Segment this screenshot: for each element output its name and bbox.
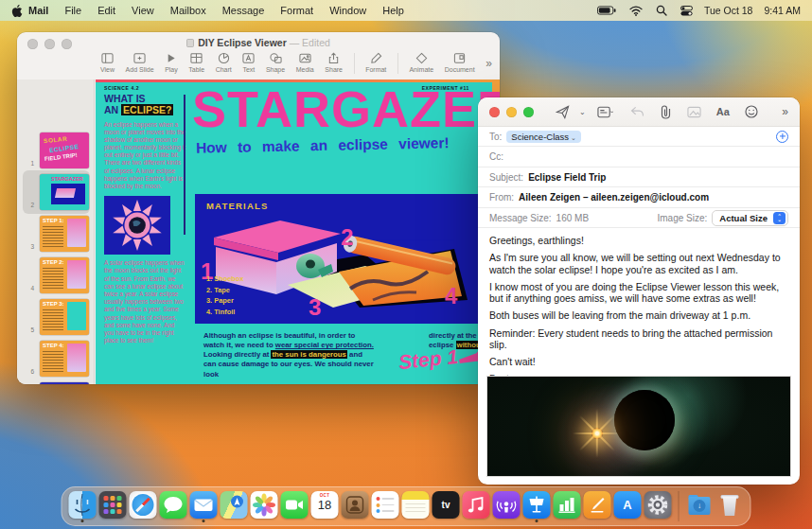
slide-thumbnail-4[interactable]: STEP 2: [40, 257, 89, 293]
format-text-button[interactable]: Aa [716, 106, 730, 117]
thumbnail-figure [67, 219, 86, 247]
slide-main-title: STARGAZER [192, 79, 500, 138]
recipient-token[interactable]: Science-Class⌄ [506, 131, 581, 143]
close-button[interactable] [489, 107, 500, 117]
table-button[interactable]: Table [188, 49, 204, 73]
image-size-select[interactable]: Actual Size ⌃⌄ [712, 210, 788, 226]
dock-mail[interactable] [190, 491, 218, 521]
photos-pinwheel-icon [251, 491, 278, 519]
view-button[interactable]: View [100, 49, 115, 73]
toolbar-overflow-button[interactable]: » [782, 105, 788, 118]
dock-reminders[interactable] [372, 491, 399, 521]
column-divider [184, 95, 185, 235]
text-button[interactable]: Text [242, 49, 255, 73]
dock-maps[interactable] [221, 491, 248, 521]
dock-finder[interactable] [69, 491, 97, 521]
menu-item-app[interactable]: Mail [28, 5, 48, 16]
dock-downloads-folder[interactable]: ↓ [686, 491, 714, 521]
menu-item-format[interactable]: Format [280, 5, 313, 16]
dock-calendar[interactable]: OCT 18 [311, 491, 339, 521]
header-fields-button[interactable] [597, 106, 613, 118]
dock-facetime[interactable] [281, 491, 309, 521]
dock-app-store[interactable]: A [614, 491, 642, 521]
media-button[interactable]: Media [296, 49, 314, 73]
slide-canvas[interactable]: SCIENCE 4.2 EXPERIMENT #11 WHAT IS AN EC… [96, 79, 500, 384]
reply-button[interactable] [630, 106, 644, 117]
share-button[interactable]: Share [325, 49, 343, 73]
format-button[interactable]: Format [365, 49, 386, 73]
slide-thumbnail-5[interactable]: STEP 3: [40, 299, 89, 335]
dock-pages[interactable] [584, 491, 611, 521]
add-recipient-button[interactable] [776, 131, 788, 143]
dock-keynote[interactable] [523, 491, 551, 521]
wifi-icon[interactable] [629, 6, 643, 16]
menu-item-view[interactable]: View [132, 5, 154, 16]
body-paragraph: Reminder: Every student needs to bring t… [489, 327, 788, 351]
eclipse-photo-attachment[interactable] [486, 376, 791, 477]
dock-photos[interactable] [251, 491, 278, 521]
menu-item-edit[interactable]: Edit [97, 5, 115, 16]
document-button[interactable]: Document [445, 49, 475, 73]
slide-thumbnail-2[interactable]: STARGAZER [40, 174, 89, 210]
animate-button[interactable]: Animate [409, 49, 433, 73]
dock-notes[interactable] [402, 491, 430, 521]
materials-panel: MATERIALS [195, 194, 481, 324]
send-button[interactable] [556, 105, 570, 119]
figure-number-2: 2 [341, 224, 353, 250]
shape-button[interactable]: Shape [266, 49, 285, 73]
dock-trash[interactable] [716, 491, 744, 521]
menu-item-message[interactable]: Message [222, 5, 265, 16]
send-options-chevron[interactable]: ⌄ [579, 108, 586, 116]
menu-bar-date[interactable]: Tue Oct 18 [704, 5, 753, 16]
zoom-button[interactable] [523, 107, 534, 117]
control-center-icon[interactable] [680, 6, 693, 16]
eclipse-paragraph-1: An eclipse happens when a moon or planet… [104, 121, 185, 191]
menu-item-window[interactable]: Window [329, 5, 366, 16]
emoji-button[interactable] [745, 105, 758, 118]
battery-icon[interactable] [597, 6, 616, 15]
play-button[interactable]: Play [165, 49, 178, 73]
image-size-label: Image Size: [658, 213, 708, 223]
dock-safari[interactable] [130, 491, 157, 521]
dock-podcasts[interactable] [493, 491, 521, 521]
cc-field[interactable]: Cc: [478, 148, 800, 168]
notes-lines-icon [406, 503, 426, 515]
dock-messages[interactable] [160, 491, 187, 521]
slide-thumbnail-6[interactable]: STEP 4: [40, 341, 89, 377]
spotlight-search-icon[interactable] [656, 5, 667, 16]
slide-thumbnail-1[interactable]: SOLAR ECLIPSE FIELD TRIP! [40, 132, 89, 168]
figure-number-3: 3 [309, 294, 321, 320]
menu-item-mailbox[interactable]: Mailbox [170, 5, 206, 16]
apple-menu-icon[interactable] [11, 5, 23, 17]
insert-photo-button[interactable] [687, 106, 701, 118]
attach-file-button[interactable] [660, 105, 672, 119]
dock-music[interactable] [463, 491, 490, 521]
menu-item-help[interactable]: Help [382, 5, 404, 16]
app-store-a: A [614, 491, 642, 519]
message-body[interactable]: Greetings, earthlings! As I'm sure you a… [489, 235, 788, 398]
from-field[interactable]: From: Aileen Zeigen – aileen.zeigen@iclo… [478, 188, 800, 208]
menu-item-file[interactable]: File [64, 5, 81, 16]
thumbnail-text-lines [43, 351, 63, 372]
minimize-button[interactable] [506, 107, 517, 117]
dock-launchpad[interactable] [99, 491, 127, 521]
body-paragraph: Greetings, earthlings! [489, 235, 788, 247]
to-field[interactable]: To: Science-Class⌄ [478, 127, 800, 147]
subject-value: Eclipse Field Trip [528, 172, 606, 183]
toolbar-overflow-button[interactable]: » [485, 49, 492, 70]
highlight-sun-dangerous: the sun is dangerous [271, 350, 346, 359]
slide-thumbnail-3[interactable]: STEP 1: [40, 216, 89, 252]
course-tag: SCIENCE 4.2 [104, 85, 139, 91]
dock-apple-tv[interactable]: tv [432, 491, 460, 521]
dock-system-settings[interactable] [644, 491, 672, 521]
slide-thumbnail-7[interactable]: STEP 5: [40, 382, 89, 384]
dock-numbers[interactable] [554, 491, 581, 521]
add-slide-button[interactable]: Add Slide [126, 49, 154, 73]
dock-contacts[interactable] [342, 491, 369, 521]
chart-button[interactable]: Chart [216, 49, 232, 73]
subject-field[interactable]: Subject: Eclipse Field Trip [478, 168, 800, 187]
slide-number: 1 [21, 160, 34, 167]
keynote-title-bar[interactable]: DIY Eclipse Viewer — Edited [17, 32, 500, 51]
menu-bar-time[interactable]: 9:41 AM [764, 5, 801, 16]
safety-text-left: Although an eclipse is beautiful, in ord… [203, 331, 374, 379]
